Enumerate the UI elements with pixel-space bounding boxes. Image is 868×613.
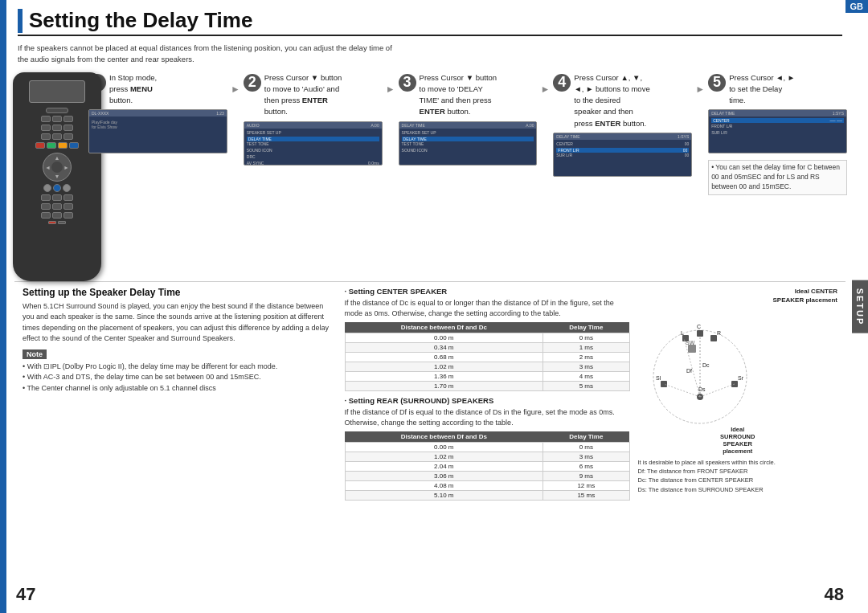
table-cell: 12 ms xyxy=(543,480,629,490)
setup-tab: SETUP xyxy=(852,280,868,333)
title-underline xyxy=(18,35,842,36)
table-cell: 0 ms xyxy=(543,333,629,342)
svg-text:Sr: Sr xyxy=(738,375,744,381)
table-cell: 1 ms xyxy=(543,342,629,352)
center-speaker-title: · Setting CENTER SPEAKER xyxy=(345,287,630,296)
rear-table-col1: Distance between Df and Ds xyxy=(345,431,543,443)
table-cell: 6 ms xyxy=(543,461,629,471)
center-table-col1: Distance between Df and Dc xyxy=(345,322,543,333)
step-3-number: 3 xyxy=(399,74,416,92)
note-item-3: The Center channel is only adjustable on… xyxy=(23,383,337,394)
step-3-text: Press Cursor ▼ buttonto move to 'DELAYTI… xyxy=(420,72,497,118)
table-cell: 2.04 m xyxy=(345,461,543,471)
svg-text:Ds: Ds xyxy=(698,386,706,392)
step-1: 1 In Stop mode,press MENUbutton. DL-XXXX… xyxy=(88,72,227,154)
table-cell: 4 ms xyxy=(543,371,629,381)
table-cell: 1.36 m xyxy=(345,371,543,381)
table-cell: 1.70 m xyxy=(345,381,543,390)
table-cell: 0.68 m xyxy=(345,352,543,362)
step-4-screen: DELAY TIME 1:SYS CENTER00 FRONT L/R00 SU… xyxy=(553,133,692,177)
note-items: With ⊡IPL (Dolby Pro Logic II), the dela… xyxy=(23,362,337,394)
diagram-title: Ideal CENTER SPEAKER placement xyxy=(638,287,838,304)
svg-text:SW: SW xyxy=(686,340,695,345)
step-4-header: 4 Press Cursor ▲, ▼,◄, ► buttons to move… xyxy=(553,72,692,129)
svg-text:Dc: Dc xyxy=(702,362,710,368)
step-1-text: In Stop mode,press MENUbutton. xyxy=(109,72,157,107)
remote-screen xyxy=(29,80,85,103)
svg-text:L: L xyxy=(681,330,684,336)
step-3-header: 3 Press Cursor ▼ buttonto move to 'DELAY… xyxy=(399,72,538,118)
table-cell: 3 ms xyxy=(543,452,629,461)
bottom-section-title: Setting up the Speaker Delay Time xyxy=(23,287,337,298)
rear-table: Distance between Df and Ds Delay Time 0.… xyxy=(345,431,630,501)
step-2-screen: AUDIO A:00 SPEAKER SET UP DELAY TIME TES… xyxy=(244,121,383,166)
step-1-header: 1 In Stop mode,press MENUbutton. xyxy=(88,72,227,107)
svg-rect-4 xyxy=(697,330,703,337)
step-5-screen: DELAY TIME 1:SYS CENTER── ── FRONT L/R S… xyxy=(708,109,847,153)
svg-text:R: R xyxy=(717,330,721,336)
table-cell: 15 ms xyxy=(543,490,629,500)
table-cell: 0 ms xyxy=(543,442,629,452)
step-5-note: • You can set the delay time for C betwe… xyxy=(708,160,847,195)
center-table: Distance between Df and Dc Delay Time 0.… xyxy=(345,322,630,391)
step-5-header: 5 Press Cursor ◄, ►to set the Delaytime. xyxy=(708,72,847,107)
svg-rect-5 xyxy=(688,345,696,353)
step-2-number: 2 xyxy=(244,74,261,92)
rear-speaker-body: If the distance of Df is equal to the di… xyxy=(345,407,630,429)
note-label: Note xyxy=(23,349,47,359)
arrow-1-2: ► xyxy=(231,84,240,95)
table-cell: 3.06 m xyxy=(345,471,543,480)
bottom-section: Setting up the Speaker Delay Time When 5… xyxy=(14,281,845,505)
center-table-col2: Delay Time xyxy=(543,322,629,333)
table-cell: 0.34 m xyxy=(345,342,543,352)
step-4-number: 4 xyxy=(553,74,571,92)
page-title: Setting the Delay Time xyxy=(29,8,252,33)
svg-text:Df: Df xyxy=(686,368,692,374)
rear-speaker-title: · Setting REAR (SURROUND) SPEAKERS xyxy=(345,396,630,405)
bottom-middle: · Setting CENTER SPEAKER If the distance… xyxy=(345,287,630,501)
page-subtitle: If the speakers cannot be placed at equa… xyxy=(6,39,854,71)
left-accent-bar xyxy=(0,0,6,613)
svg-text:C: C xyxy=(697,324,701,329)
step-5-text: Press Cursor ◄, ►to set the Delaytime. xyxy=(729,72,795,107)
diagram-footnote: It is desirable to place all speakers wi… xyxy=(638,458,838,494)
note-item-2: With AC-3 and DTS, the delay time can be… xyxy=(23,372,337,383)
table-cell: 5 ms xyxy=(543,381,629,390)
arrow-4-5: ► xyxy=(695,84,705,95)
table-cell: 4.08 m xyxy=(345,480,543,490)
table-cell: 3 ms xyxy=(543,362,629,371)
remote-control: ▲ ▼ ◄ ► xyxy=(13,72,85,281)
title-area: Setting the Delay Time xyxy=(6,0,854,33)
step-2: 2 Press Cursor ▼ buttonto move to 'Audio… xyxy=(244,72,383,166)
note-item-1: With ⊡IPL (Dolby Pro Logic II), the dela… xyxy=(23,362,337,373)
main-content: Setting the Delay Time If the speakers c… xyxy=(6,0,854,613)
steps-container: 1 In Stop mode,press MENUbutton. DL-XXXX… xyxy=(88,72,847,195)
table-cell: 0.00 m xyxy=(345,333,543,342)
bottom-right: Ideal CENTER SPEAKER placement xyxy=(638,287,838,501)
svg-rect-3 xyxy=(710,335,717,341)
step-5-number: 5 xyxy=(708,74,726,92)
table-cell: 1.02 m xyxy=(345,362,543,371)
title-accent-bar xyxy=(18,9,23,33)
step-2-text: Press Cursor ▼ buttonto move to 'Audio' … xyxy=(264,72,342,118)
step-5: 5 Press Cursor ◄, ►to set the Delaytime.… xyxy=(708,72,847,195)
step-4-text: Press Cursor ▲, ▼,◄, ► buttons to moveto… xyxy=(574,72,649,129)
bottom-left: Setting up the Speaker Delay Time When 5… xyxy=(23,287,337,501)
table-cell: 1.02 m xyxy=(345,452,543,461)
center-speaker-body: If the distance of Dc is equal to or lon… xyxy=(345,298,630,320)
steps-area: ▲ ▼ ◄ ► xyxy=(6,71,854,281)
arrow-2-3: ► xyxy=(386,84,395,95)
table-cell: 2 ms xyxy=(543,352,629,362)
remote-image: ▲ ▼ ◄ ► xyxy=(13,72,101,281)
arrow-3-4: ► xyxy=(540,84,550,95)
table-cell: 9 ms xyxy=(543,471,629,480)
rear-table-col2: Delay Time xyxy=(543,431,629,443)
step-3-screen: DELAY TIME A:00 SPEAKER SET UP DELAY TIM… xyxy=(399,121,538,166)
step-1-screen: DL-XXXX 1:23 Play/Fade day for Elvis Sho… xyxy=(88,109,227,153)
speaker-diagram: C L R SW Dc Df Ds Sl Sr xyxy=(638,304,763,429)
table-cell: 5.10 m xyxy=(345,490,543,500)
step-2-header: 2 Press Cursor ▼ buttonto move to 'Audio… xyxy=(244,72,383,118)
table-cell: 0.00 m xyxy=(345,442,543,452)
step-3: 3 Press Cursor ▼ buttonto move to 'DELAY… xyxy=(399,72,538,166)
svg-text:Sl: Sl xyxy=(656,375,661,381)
